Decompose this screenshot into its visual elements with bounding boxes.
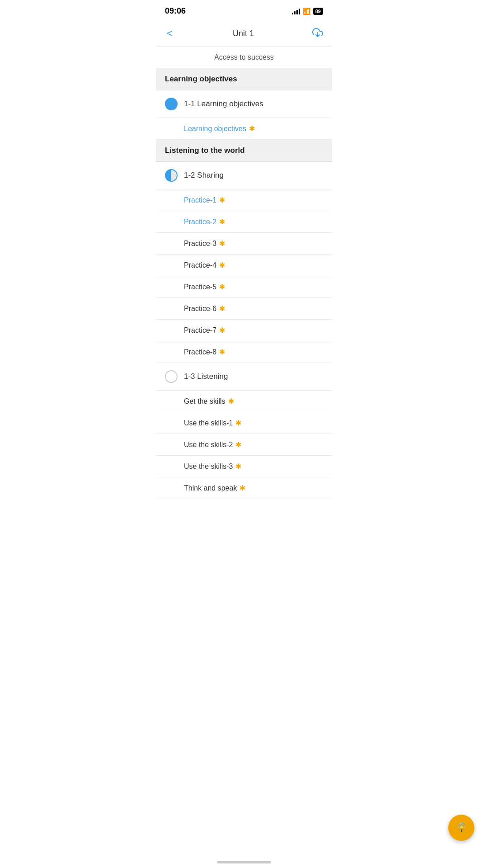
sub-item-text: Use the skills-2 bbox=[184, 441, 233, 449]
sub-item-practice-7[interactable]: Practice-7 ✱ bbox=[156, 320, 332, 341]
star-icon: ✱ bbox=[219, 348, 225, 356]
home-indicator bbox=[217, 861, 271, 863]
nav-bar: < Unit 1 bbox=[156, 20, 332, 47]
signal-icon bbox=[292, 8, 300, 14]
section-header-learning-objectives: Learning objectives bbox=[156, 68, 332, 90]
star-icon: ✱ bbox=[219, 196, 225, 204]
sub-item-text: Practice-7 bbox=[184, 326, 216, 335]
star-icon: ✱ bbox=[228, 397, 234, 406]
star-icon: ✱ bbox=[235, 419, 241, 427]
sub-item-use-the-skills-1[interactable]: Use the skills-1 ✱ bbox=[156, 412, 332, 434]
sub-item-learning-objectives[interactable]: Learning objectives ✱ bbox=[156, 118, 332, 140]
sub-item-use-the-skills-3[interactable]: Use the skills-3 ✱ bbox=[156, 456, 332, 477]
sub-item-practice-4[interactable]: Practice-4 ✱ bbox=[156, 255, 332, 276]
sub-item-practice-3[interactable]: Practice-3 ✱ bbox=[156, 233, 332, 255]
sub-item-think-and-speak[interactable]: Think and speak ✱ bbox=[156, 477, 332, 499]
star-icon: ✱ bbox=[219, 217, 225, 226]
sub-item-text: Practice-6 bbox=[184, 305, 216, 313]
star-icon: ✱ bbox=[219, 261, 225, 269]
lesson-icon-half bbox=[165, 169, 178, 182]
lesson-title-1-1: 1-1 Learning objectives bbox=[184, 99, 263, 108]
section-header-listening: Listening to the world bbox=[156, 140, 332, 162]
lesson-icon-empty bbox=[165, 370, 178, 383]
lesson-1-2[interactable]: 1-2 Sharing bbox=[156, 162, 332, 189]
sub-item-text: Get the skills bbox=[184, 397, 225, 406]
status-time: 09:06 bbox=[165, 6, 186, 16]
sub-item-get-the-skills[interactable]: Get the skills ✱ bbox=[156, 391, 332, 412]
sub-item-practice-2[interactable]: Practice-2 ✱ bbox=[156, 211, 332, 233]
star-icon: ✱ bbox=[219, 304, 225, 313]
sub-item-text: Practice-1 bbox=[184, 196, 216, 204]
lesson-icon-full bbox=[165, 98, 178, 110]
lesson-title-1-2: 1-2 Sharing bbox=[184, 171, 224, 180]
sub-item-practice-1[interactable]: Practice-1 ✱ bbox=[156, 189, 332, 211]
sub-item-text: Use the skills-3 bbox=[184, 462, 233, 471]
lesson-title-1-3: 1-3 Listening bbox=[184, 372, 228, 381]
sub-item-text: Learning objectives bbox=[184, 125, 246, 133]
battery-indicator: 89 bbox=[313, 8, 323, 15]
content: Learning objectives 1-1 Learning objecti… bbox=[156, 68, 332, 499]
status-bar: 09:06 📶 89 bbox=[156, 0, 332, 20]
wifi-icon: 📶 bbox=[303, 8, 310, 15]
sub-item-text: Think and speak bbox=[184, 484, 237, 492]
status-icons: 📶 89 bbox=[292, 8, 323, 15]
star-icon: ✱ bbox=[219, 326, 225, 335]
download-button[interactable] bbox=[312, 27, 323, 40]
star-icon: ✱ bbox=[239, 484, 245, 492]
sub-item-text: Practice-4 bbox=[184, 261, 216, 269]
sub-item-practice-6[interactable]: Practice-6 ✱ bbox=[156, 298, 332, 320]
nav-title: Unit 1 bbox=[233, 29, 254, 38]
star-icon: ✱ bbox=[219, 283, 225, 291]
sub-item-practice-5[interactable]: Practice-5 ✱ bbox=[156, 276, 332, 298]
star-icon: ✱ bbox=[235, 440, 241, 449]
sub-item-text: Practice-2 bbox=[184, 218, 216, 226]
star-icon: ✱ bbox=[219, 239, 225, 248]
sub-item-text: Practice-5 bbox=[184, 283, 216, 291]
subtitle: Access to success bbox=[156, 47, 332, 68]
back-button[interactable]: < bbox=[165, 26, 174, 41]
star-icon: ✱ bbox=[249, 124, 255, 133]
lesson-1-1[interactable]: 1-1 Learning objectives bbox=[156, 90, 332, 118]
lesson-1-3[interactable]: 1-3 Listening bbox=[156, 363, 332, 391]
sub-item-text: Use the skills-1 bbox=[184, 419, 233, 427]
sub-item-practice-8[interactable]: Practice-8 ✱ bbox=[156, 341, 332, 363]
sub-item-text: Practice-3 bbox=[184, 240, 216, 248]
sub-item-use-the-skills-2[interactable]: Use the skills-2 ✱ bbox=[156, 434, 332, 456]
sub-item-text: Practice-8 bbox=[184, 348, 216, 356]
star-icon: ✱ bbox=[235, 462, 241, 471]
